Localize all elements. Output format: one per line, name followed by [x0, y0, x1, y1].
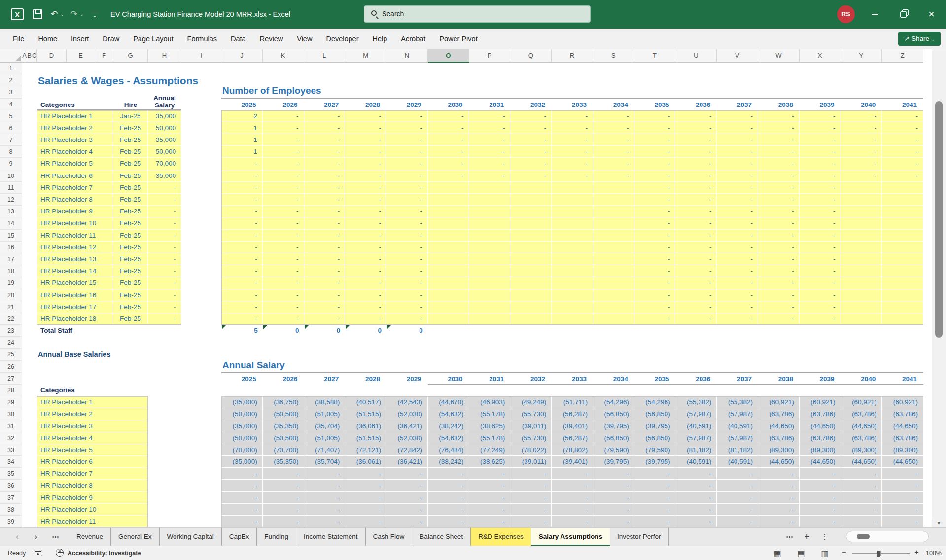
salary-cell[interactable]: 35,000	[148, 134, 181, 146]
column-header-J[interactable]: J	[221, 49, 263, 63]
salary-cell[interactable]: -	[148, 194, 181, 206]
column-header-G[interactable]: G	[113, 49, 148, 63]
employees-cell[interactable]: -	[634, 217, 676, 229]
annual-salary-cell[interactable]: -	[345, 504, 386, 516]
annual-salary-cell[interactable]: -	[386, 492, 428, 504]
employees-cell[interactable]	[593, 253, 634, 265]
employees-cell[interactable]	[510, 217, 552, 229]
employees-cell[interactable]: -	[717, 277, 758, 289]
annual-salary-cell[interactable]: -	[386, 516, 428, 527]
total-staff-value[interactable]: 0	[345, 325, 386, 337]
employees-cell[interactable]	[510, 230, 552, 242]
table-row[interactable]: HR Placeholder 10	[37, 217, 113, 229]
annual-salary-cell[interactable]: (79,590)	[593, 444, 634, 456]
employees-cell[interactable]: -	[717, 265, 758, 277]
annual-salary-cell[interactable]: -	[675, 492, 717, 504]
employees-cell[interactable]	[428, 313, 469, 325]
employees-cell[interactable]: -	[221, 182, 263, 194]
row-header-18[interactable]: 18	[0, 265, 22, 277]
employees-cell[interactable]	[882, 265, 923, 277]
annual-salary-cell[interactable]: (39,795)	[634, 420, 676, 432]
employees-cell[interactable]	[469, 242, 511, 253]
employees-cell[interactable]	[469, 313, 511, 325]
employees-cell[interactable]: -	[386, 277, 428, 289]
employees-cell[interactable]: -	[675, 313, 717, 325]
sheet-tab-balance-sheet[interactable]: Balance Sheet	[412, 528, 471, 546]
annual-salary-cell[interactable]: (76,484)	[428, 444, 469, 456]
annual-salary-cell[interactable]: -	[882, 480, 923, 491]
close-button[interactable]: ×	[918, 0, 945, 29]
annual-salary-cell[interactable]: (71,407)	[304, 444, 346, 456]
annual-salary-cell[interactable]: (35,000)	[221, 396, 263, 408]
employees-cell[interactable]: -	[717, 313, 758, 325]
annual-salary-cell[interactable]: -	[675, 504, 717, 516]
redo-dropdown-icon[interactable]: ⌄	[79, 8, 84, 20]
row-header-29[interactable]: 29	[0, 396, 22, 408]
annual-salary-cell[interactable]: (39,011)	[510, 420, 552, 432]
row-header-10[interactable]: 10	[0, 170, 22, 182]
annual-salary-cell[interactable]: (63,786)	[800, 408, 841, 420]
annual-salary-cell[interactable]: (51,005)	[304, 408, 346, 420]
salary-cell[interactable]: -	[148, 277, 181, 289]
employees-cell[interactable]: -	[386, 289, 428, 301]
salary-cell[interactable]: 35,000	[148, 110, 181, 122]
employees-cell[interactable]: -	[634, 158, 676, 170]
employees-cell[interactable]: -	[800, 265, 841, 277]
employees-cell[interactable]: -	[675, 170, 717, 182]
employees-cell[interactable]: -	[263, 217, 304, 229]
employees-cell[interactable]	[841, 182, 882, 194]
employees-cell[interactable]: -	[552, 158, 593, 170]
annual-salary-cell[interactable]: -	[345, 516, 386, 527]
employees-cell[interactable]: -	[675, 122, 717, 134]
employees-cell[interactable]	[510, 277, 552, 289]
employees-cell[interactable]: -	[675, 146, 717, 158]
annual-salary-cell[interactable]: (50,000)	[221, 408, 263, 420]
employees-cell[interactable]: -	[221, 301, 263, 313]
annual-salary-cell[interactable]: (44,650)	[758, 420, 800, 432]
annual-salary-cell[interactable]: (40,591)	[675, 420, 717, 432]
employees-cell[interactable]: -	[428, 122, 469, 134]
employees-cell[interactable]: -	[800, 146, 841, 158]
annual-salary-cell[interactable]: -	[263, 492, 304, 504]
annual-salary-cell[interactable]: (70,700)	[263, 444, 304, 456]
employees-cell[interactable]: -	[717, 122, 758, 134]
annual-salary-cell[interactable]: (51,711)	[552, 396, 593, 408]
sheet-tab-investor-perfor[interactable]: Investor Perfor	[610, 528, 669, 546]
annual-salary-cell[interactable]: -	[675, 468, 717, 480]
employees-cell[interactable]: -	[386, 110, 428, 122]
employees-cell[interactable]: -	[800, 242, 841, 253]
employees-cell[interactable]: -	[717, 230, 758, 242]
employees-cell[interactable]	[841, 230, 882, 242]
employees-cell[interactable]: -	[882, 158, 923, 170]
employees-cell[interactable]: -	[221, 242, 263, 253]
annual-salary-cell[interactable]: -	[304, 516, 346, 527]
employees-cell[interactable]: -	[675, 301, 717, 313]
annual-salary-cell[interactable]: (44,650)	[800, 456, 841, 468]
annual-salary-cell[interactable]: (63,786)	[882, 408, 923, 420]
annual-salary-cell[interactable]: (89,300)	[758, 444, 800, 456]
annual-salary-cell[interactable]: -	[469, 492, 511, 504]
annual-salary-cell[interactable]: -	[758, 468, 800, 480]
employees-cell[interactable]: -	[345, 242, 386, 253]
annual-salary-cell[interactable]: (39,795)	[634, 456, 676, 468]
row-header-5[interactable]: 5	[0, 110, 22, 122]
hire-cell[interactable]: Feb-25	[113, 230, 148, 242]
annual-salary-cell[interactable]: (38,625)	[469, 420, 511, 432]
employees-cell[interactable]: -	[263, 289, 304, 301]
annual-salary-cell[interactable]: (40,517)	[345, 396, 386, 408]
employees-cell[interactable]: -	[552, 146, 593, 158]
table-row[interactable]: HR Placeholder 3	[37, 134, 113, 146]
row-header-9[interactable]: 9	[0, 158, 22, 170]
column-header-R[interactable]: R	[552, 49, 593, 63]
menu-tab-page-layout[interactable]: Page Layout	[126, 29, 180, 49]
employees-cell[interactable]: -	[717, 134, 758, 146]
employees-cell[interactable]: -	[345, 253, 386, 265]
annual-salary-cell[interactable]: (54,632)	[428, 408, 469, 420]
employees-cell[interactable]: -	[263, 122, 304, 134]
employees-cell[interactable]: -	[345, 194, 386, 206]
save-icon[interactable]	[33, 9, 42, 19]
employees-cell[interactable]: -	[758, 265, 800, 277]
row-header-27[interactable]: 27	[0, 373, 22, 385]
annual-salary-cell[interactable]: (38,588)	[304, 396, 346, 408]
employees-cell[interactable]: -	[634, 206, 676, 217]
